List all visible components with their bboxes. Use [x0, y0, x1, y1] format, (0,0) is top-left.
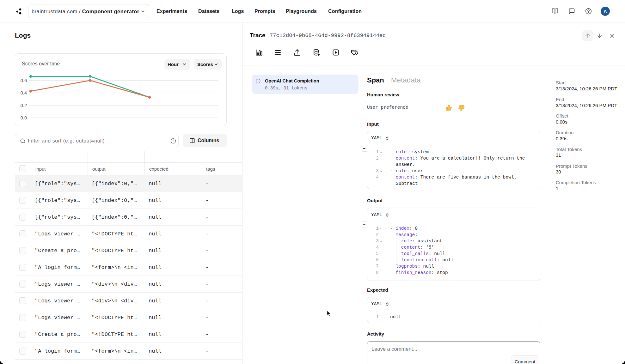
svg-text:0.2: 0.2 [21, 103, 27, 108]
svg-text:0.6: 0.6 [21, 78, 27, 83]
svg-text:0.0: 0.0 [21, 115, 27, 120]
svg-text:0.4: 0.4 [21, 90, 27, 95]
